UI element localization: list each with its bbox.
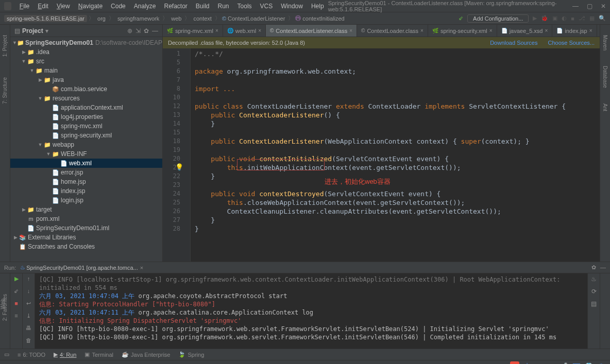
- tab-terminal[interactable]: ▣ Terminal: [84, 351, 113, 358]
- tomcat-icon[interactable]: ♨: [591, 275, 597, 283]
- editor-tab[interactable]: 📄javaee_5.xsd×: [497, 25, 553, 37]
- profile-icon[interactable]: ◐: [562, 15, 567, 22]
- tree-item[interactable]: 📄home.jsp: [10, 177, 162, 186]
- status-icon-7[interactable]: ⚙: [597, 361, 606, 365]
- run-icon[interactable]: ▶: [533, 15, 537, 22]
- crumb-method[interactable]: contextInitialized: [302, 15, 344, 22]
- tree-item[interactable]: 📄login.jsp: [10, 196, 162, 205]
- bulb-icon[interactable]: 💡: [175, 163, 183, 171]
- tree-item[interactable]: 📄spring-mvc.xml: [10, 122, 162, 131]
- editor-tab[interactable]: ©ContextLoader.class×: [357, 25, 428, 37]
- breadcrumb-jar[interactable]: spring-web-5.1.6.RELEASE.jar: [4, 15, 87, 22]
- crumb-context[interactable]: context: [193, 15, 211, 22]
- tree-item[interactable]: 📄SpringSecurityDemo01.iml: [10, 223, 162, 233]
- output-icon[interactable]: ▤: [591, 300, 597, 307]
- print-button[interactable]: 🖶: [25, 325, 33, 333]
- tree-item[interactable]: 📄spring-security.xml: [10, 131, 162, 140]
- crumb-pkg[interactable]: springframework: [117, 15, 159, 22]
- collapse-icon[interactable]: ⇲: [135, 27, 141, 34]
- download-sources-link[interactable]: Download Sources: [490, 40, 537, 46]
- crumb-class[interactable]: ContextLoaderListener: [228, 15, 285, 22]
- deploy-icon[interactable]: ⟳: [591, 288, 597, 295]
- tree-item[interactable]: 📄log4j.properties: [10, 112, 162, 122]
- ime-icon[interactable]: S: [510, 361, 519, 365]
- build-icon[interactable]: ⇙: [459, 15, 463, 22]
- tab-todo[interactable]: ≡ 6: TODO: [18, 352, 45, 358]
- code-area[interactable]: 1567810121314151819202122232425262728 /*…: [163, 48, 600, 262]
- editor-tab[interactable]: 🌿spring-security.xml×: [428, 25, 497, 37]
- run-settings-icon[interactable]: ✿: [591, 264, 596, 271]
- menu-view[interactable]: View: [53, 2, 74, 11]
- menu-help[interactable]: Help: [307, 2, 328, 11]
- editor-tab[interactable]: 🌿spring-mvc.xml×: [163, 25, 223, 37]
- crumb-org[interactable]: org: [97, 15, 106, 22]
- tool-maven[interactable]: Maven: [602, 35, 608, 50]
- up-button[interactable]: ↑: [25, 275, 33, 284]
- wrap-button[interactable]: ↩: [25, 300, 33, 308]
- tool-project[interactable]: 1: Project: [2, 35, 8, 57]
- stop-icon[interactable]: ■: [571, 15, 574, 22]
- tree-item[interactable]: ▼📁src: [10, 57, 162, 66]
- status-icon-6[interactable]: 👕: [584, 361, 594, 365]
- menu-run[interactable]: Run: [214, 2, 233, 11]
- scroll-button[interactable]: ⤓: [25, 313, 33, 321]
- hide-icon[interactable]: —: [152, 27, 158, 34]
- tab-run[interactable]: ▶ 4: Run: [54, 351, 76, 358]
- menu-build[interactable]: Build: [192, 2, 214, 11]
- tool-ant[interactable]: Ant: [602, 103, 608, 111]
- run-config-tab[interactable]: SpringSecurityDemo01 [org.apache.tomca..…: [26, 265, 138, 271]
- vcs-icon[interactable]: ⎇: [579, 15, 585, 22]
- menu-tools[interactable]: Tools: [233, 2, 256, 11]
- settings-icon[interactable]: ✿: [144, 27, 149, 34]
- tool-database[interactable]: Database: [602, 66, 608, 88]
- clear-button[interactable]: 🗑: [25, 337, 33, 345]
- editor-tab[interactable]: 📄index.jsp×: [552, 25, 597, 37]
- maximize-icon[interactable]: ▢: [587, 3, 592, 10]
- rerun-button[interactable]: ▶: [12, 275, 21, 284]
- tree-item[interactable]: 📄error.jsp: [10, 168, 162, 177]
- stop-button[interactable]: ■: [12, 300, 21, 308]
- tool-web[interactable]: Web: [0, 299, 6, 309]
- tree-item[interactable]: 📄web.xml: [10, 159, 162, 168]
- down-button[interactable]: ↓: [25, 288, 33, 296]
- status-icon-4[interactable]: 🎤: [560, 361, 569, 365]
- menu-edit[interactable]: Edit: [33, 2, 53, 11]
- tree-root[interactable]: ▼📁 SpringSecurityDemo01 D:\software-code…: [10, 38, 162, 47]
- tree-item[interactable]: 📋Scratches and Consoles: [10, 242, 162, 251]
- status-icon-1[interactable]: 中: [522, 361, 532, 365]
- console-output[interactable]: [QC] INFO [localhost-startStop-1] org.sp…: [35, 273, 587, 349]
- tree-item[interactable]: 📦com.biao.service: [10, 84, 162, 94]
- tree-item[interactable]: ▼📁resources: [10, 94, 162, 103]
- tree-item[interactable]: ▶📁target: [10, 205, 162, 214]
- minimize-icon[interactable]: —: [572, 3, 579, 10]
- tab-spring[interactable]: 🍃 Spring: [178, 351, 204, 358]
- layout-icon[interactable]: ▦: [589, 15, 595, 22]
- tree-item[interactable]: ▼📁WEB-INF: [10, 149, 162, 159]
- debug-icon[interactable]: 🐞: [541, 15, 548, 22]
- search-icon[interactable]: 🔍: [599, 15, 606, 22]
- project-tree[interactable]: ▼📁 SpringSecurityDemo01 D:\software-code…: [10, 37, 162, 262]
- coverage-icon[interactable]: ▣: [552, 15, 557, 22]
- editor-tab[interactable]: ©ContextLoaderListener.class×: [266, 25, 357, 37]
- status-icon-5[interactable]: ⌨: [572, 361, 581, 365]
- run-hide-icon[interactable]: —: [600, 264, 606, 271]
- choose-sources-link[interactable]: Choose Sources...: [548, 40, 595, 46]
- menu-analyze[interactable]: Analyze: [130, 2, 160, 11]
- tool-structure[interactable]: 7: Structure: [2, 77, 8, 104]
- status-icon-3[interactable]: ☺: [547, 361, 556, 365]
- tree-item[interactable]: ▼📁webapp: [10, 140, 162, 149]
- tree-item[interactable]: 📄applicationContext.xml: [10, 103, 162, 112]
- select-opened-icon[interactable]: ⊕: [127, 27, 132, 34]
- crumb-web[interactable]: web: [171, 15, 181, 22]
- tree-item[interactable]: ▶📁java: [10, 75, 162, 84]
- tree-item[interactable]: ▶📁.idea: [10, 47, 162, 57]
- dump-button[interactable]: ≡: [12, 313, 21, 321]
- project-expand-icon[interactable]: ▤: [14, 27, 20, 34]
- editor-tab[interactable]: 🌐web.xml×: [223, 25, 266, 37]
- menu-navigate[interactable]: Navigate: [74, 2, 107, 11]
- menu-window[interactable]: Window: [277, 2, 307, 11]
- code-editor[interactable]: /*...*/ package org.springframework.web.…: [191, 48, 600, 262]
- menu-vcs[interactable]: VCS: [256, 2, 277, 11]
- add-configuration-button[interactable]: Add Configuration...: [467, 14, 529, 23]
- close-icon[interactable]: ✕: [601, 3, 606, 10]
